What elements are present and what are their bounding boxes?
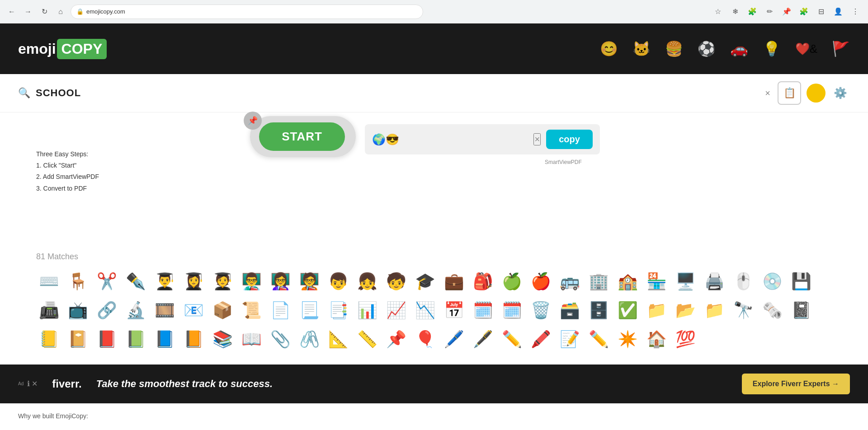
list-item[interactable]: 👩‍🏫	[268, 269, 293, 294]
list-item[interactable]: 👦	[326, 269, 351, 294]
list-item[interactable]: 🗄️	[586, 298, 611, 323]
list-item[interactable]: 📜	[239, 298, 264, 323]
list-item[interactable]: 📁	[644, 298, 669, 323]
list-item[interactable]: 📌	[383, 327, 409, 352]
list-item[interactable]: 📕	[94, 327, 119, 352]
list-item[interactable]: 📑	[326, 298, 351, 323]
list-item[interactable]: 📦	[210, 298, 235, 323]
list-item[interactable]: 👨‍🏫	[239, 269, 264, 294]
forward-button[interactable]: →	[22, 5, 34, 18]
list-item[interactable]: 🖨️	[702, 269, 727, 294]
list-item[interactable]: 🚌	[557, 269, 582, 294]
list-item[interactable]: 🖍️	[528, 327, 553, 352]
list-item[interactable]: 📒	[36, 327, 61, 352]
list-item[interactable]: 📙	[181, 327, 206, 352]
list-item[interactable]: 🎒	[470, 269, 495, 294]
nav-animals[interactable]: 🐱	[632, 40, 651, 57]
list-item[interactable]: ✴️	[615, 327, 640, 352]
list-item[interactable]: 📅	[441, 298, 467, 323]
list-item[interactable]: 📖	[239, 327, 264, 352]
home-button[interactable]: ⌂	[54, 5, 67, 18]
list-item[interactable]: ⌨️	[36, 269, 61, 294]
list-item[interactable]: 🎓	[412, 269, 438, 294]
list-item[interactable]: 🧒	[383, 269, 409, 294]
list-item[interactable]: 🔬	[123, 298, 148, 323]
bookmark-button[interactable]: ☆	[711, 5, 725, 19]
profile-button[interactable]: 👤	[831, 5, 845, 19]
list-item[interactable]: 💯	[673, 327, 698, 352]
list-item[interactable]: 🗓️	[470, 298, 495, 323]
list-item[interactable]: 🏢	[586, 269, 611, 294]
nav-flags[interactable]: 🚩	[832, 40, 850, 57]
back-button[interactable]: ←	[5, 5, 18, 18]
ad-info-button[interactable]: ℹ	[27, 379, 30, 388]
list-item[interactable]: 🗑️	[528, 298, 553, 323]
list-item[interactable]: 🔗	[94, 298, 119, 323]
settings-button[interactable]: ⚙️	[831, 84, 850, 103]
list-item[interactable]: 🏫	[615, 269, 640, 294]
list-item[interactable]: 🖇️	[297, 327, 322, 352]
list-item[interactable]: 🧑‍🏫	[297, 269, 322, 294]
list-item[interactable]: 📔	[65, 327, 90, 352]
list-item[interactable]: ✂️	[94, 269, 119, 294]
nav-symbols[interactable]: ❤️‍&	[795, 42, 817, 56]
list-item[interactable]: 🗃️	[557, 298, 582, 323]
search-input[interactable]	[36, 87, 758, 99]
list-item[interactable]: 📄	[268, 298, 293, 323]
menu-button[interactable]: ⋮	[848, 5, 863, 19]
nav-travel[interactable]: 🚗	[730, 40, 748, 57]
copy-bar-close[interactable]: ×	[533, 133, 541, 145]
list-item[interactable]: 📂	[673, 298, 698, 323]
nav-food[interactable]: 🍔	[665, 40, 683, 57]
color-circle[interactable]	[807, 84, 826, 103]
list-item[interactable]: 🔭	[731, 298, 756, 323]
copy-button[interactable]: copy	[546, 130, 593, 149]
list-item[interactable]: 📎	[268, 327, 293, 352]
list-item[interactable]: 🖱️	[731, 269, 756, 294]
nav-objects[interactable]: 💡	[763, 40, 781, 57]
list-item[interactable]: 📏	[354, 327, 380, 352]
list-item[interactable]: 🏪	[644, 269, 669, 294]
list-item[interactable]: 🖊️	[441, 327, 467, 352]
list-item[interactable]: 📁	[702, 298, 727, 323]
extension-puzzle[interactable]: 🧩	[745, 5, 760, 19]
list-item[interactable]: 🖋️	[470, 327, 495, 352]
ad-close-button[interactable]: ✕	[32, 379, 38, 388]
start-button[interactable]: START	[259, 122, 345, 151]
clear-search-button[interactable]: ×	[763, 86, 772, 100]
list-item[interactable]: ✒️	[123, 269, 148, 294]
list-item[interactable]: 📝	[557, 327, 582, 352]
tab-manager[interactable]: ⊟	[814, 5, 828, 19]
nav-smiley[interactable]: 😊	[600, 40, 618, 57]
list-item[interactable]: 📊	[354, 298, 380, 323]
list-item[interactable]: 📠	[36, 298, 61, 323]
list-item[interactable]: 🍎	[528, 269, 553, 294]
nav-sports[interactable]: ⚽	[698, 40, 716, 57]
list-item[interactable]: 📓	[788, 298, 814, 323]
list-item[interactable]: 📘	[152, 327, 177, 352]
reload-button[interactable]: ↻	[38, 5, 51, 18]
list-item[interactable]: 📈	[383, 298, 409, 323]
list-item[interactable]: 🖥️	[673, 269, 698, 294]
extension-pushpin[interactable]: 📌	[779, 5, 794, 19]
list-item[interactable]: 🪑	[65, 269, 90, 294]
list-item[interactable]: 🗞️	[760, 298, 785, 323]
list-item[interactable]: 📗	[123, 327, 148, 352]
list-item[interactable]: 📐	[326, 327, 351, 352]
extension-pen[interactable]: ✏	[762, 5, 777, 19]
address-bar[interactable]: 🔒 emojicopy.com	[71, 5, 423, 19]
extension-snowflake[interactable]: ❄	[728, 5, 742, 19]
list-item[interactable]: 🗓️	[499, 298, 524, 323]
list-item[interactable]: 💾	[788, 269, 814, 294]
list-item[interactable]: 📉	[412, 298, 438, 323]
list-item[interactable]: 📺	[65, 298, 90, 323]
extensions-button[interactable]: 🧩	[797, 5, 811, 19]
list-item[interactable]: 🍏	[499, 269, 524, 294]
list-item[interactable]: 📧	[181, 298, 206, 323]
list-item[interactable]: 💼	[441, 269, 467, 294]
list-item[interactable]: ✏️	[586, 327, 611, 352]
fiverr-cta-button[interactable]: Explore Fiverr Experts →	[742, 374, 850, 394]
list-item[interactable]: ✏️	[499, 327, 524, 352]
list-item[interactable]: 🧑‍🎓	[210, 269, 235, 294]
list-item[interactable]: 💿	[760, 269, 785, 294]
